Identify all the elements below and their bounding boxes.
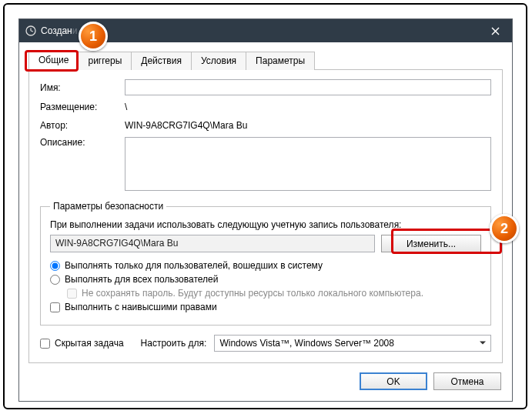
location-label: Размещение: [40,102,125,112]
name-label: Имя: [40,82,125,93]
window-title: Создани [41,25,77,36]
radio-logged-on-label: Выполнять только для пользователей, воше… [65,260,323,271]
radio-all-users-input[interactable] [50,275,60,285]
annotation-badge-1: 1 [79,22,108,51]
security-caption: При выполнении задачи использовать следу… [50,219,481,230]
checkbox-save-password-input [67,289,77,299]
checkbox-save-password: Не сохранять пароль. Будут доступны ресу… [67,288,481,299]
cancel-button[interactable]: Отмена [433,372,501,390]
tabs: Общие риггеры Действия Условия Параметры [28,50,503,70]
tab-general[interactable]: Общие [28,51,79,70]
radio-logged-on-input[interactable] [50,261,60,271]
tab-triggers[interactable]: риггеры [78,52,132,70]
configure-for-select[interactable]: Windows Vista™, Windows Server™ 2008 [214,335,491,352]
tab-actions[interactable]: Действия [131,52,192,70]
svg-line-2 [31,31,33,32]
tab-conditions[interactable]: Условия [191,52,246,70]
close-button[interactable] [478,19,512,42]
configure-for-label: Настроить для: [141,338,207,349]
radio-logged-on[interactable]: Выполнять только для пользователей, воше… [50,260,481,271]
clock-icon [25,25,36,36]
security-options-group: Параметры безопасности При выполнении за… [40,201,491,326]
annotation-badge-2: 2 [490,214,519,243]
checkbox-highest-priv[interactable]: Выполнить с наивысшими правами [50,302,481,312]
location-value: \ [125,100,491,114]
checkbox-highest-priv-label: Выполнить с наивысшими правами [65,302,217,312]
ok-button[interactable]: OK [360,372,427,390]
radio-all-users-label: Выполнять для всех пользователей [65,274,218,285]
radio-all-users[interactable]: Выполнять для всех пользователей [50,274,481,285]
author-label: Автор: [40,120,125,131]
tab-settings[interactable]: Параметры [246,52,315,70]
checkbox-highest-priv-input[interactable] [50,302,60,312]
checkbox-hidden-label: Скрытая задача [55,338,124,349]
name-input[interactable] [125,79,491,95]
checkbox-hidden[interactable]: Скрытая задача [40,338,124,349]
checkbox-save-password-label: Не сохранять пароль. Будут доступны ресу… [82,288,423,299]
checkbox-hidden-input[interactable] [40,339,50,349]
account-display: WIN-9A8CRG7IG4Q\Mara Bu [50,235,375,252]
create-task-dialog: Создани Общие риггеры Действия Условия П… [18,18,513,402]
tabpage-general: Имя: Размещение: \ Автор: WIN-9A8CRG7IG4… [28,70,503,363]
configure-for-value: Windows Vista™, Windows Server™ 2008 [219,338,394,349]
security-options-legend: Параметры безопасности [50,201,166,212]
change-user-button[interactable]: Изменить... [381,235,481,252]
description-label: Описание: [40,137,125,148]
description-input[interactable] [125,137,491,191]
author-value: WIN-9A8CRG7IG4Q\Mara Bu [125,119,491,132]
